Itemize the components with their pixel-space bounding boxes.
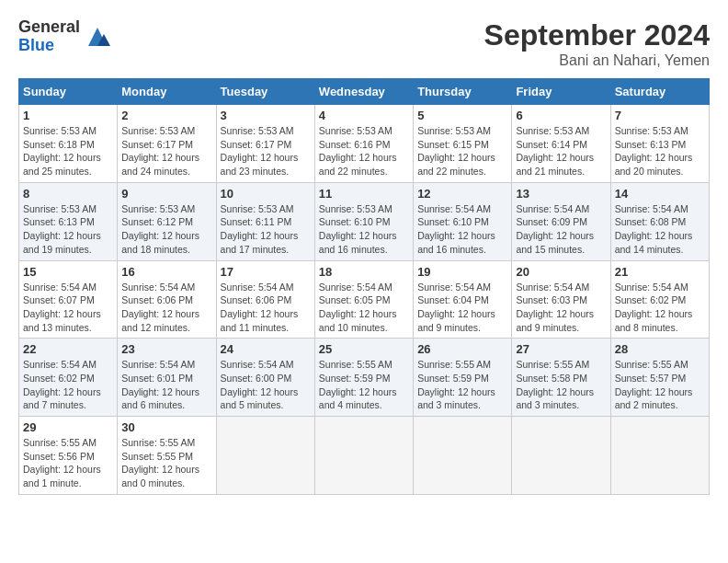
week-row-5: 29Sunrise: 5:55 AM Sunset: 5:56 PM Dayli… <box>19 417 710 495</box>
day-number: 24 <box>221 342 311 356</box>
day-number: 17 <box>221 265 311 279</box>
day-number: 23 <box>121 342 211 356</box>
day-number: 20 <box>516 265 606 279</box>
day-info: Sunrise: 5:55 AM Sunset: 5:55 PM Dayligh… <box>121 436 211 490</box>
day-info: Sunrise: 5:53 AM Sunset: 6:13 PM Dayligh… <box>615 124 705 178</box>
calendar-cell: 27Sunrise: 5:55 AM Sunset: 5:58 PM Dayli… <box>512 339 610 417</box>
calendar-cell: 20Sunrise: 5:54 AM Sunset: 6:03 PM Dayli… <box>512 260 610 339</box>
day-number: 13 <box>516 187 606 201</box>
day-info: Sunrise: 5:53 AM Sunset: 6:17 PM Dayligh… <box>121 124 211 178</box>
day-info: Sunrise: 5:55 AM Sunset: 5:57 PM Dayligh… <box>615 358 705 412</box>
calendar-cell: 26Sunrise: 5:55 AM Sunset: 5:59 PM Dayli… <box>414 339 512 417</box>
day-number: 7 <box>615 109 705 122</box>
calendar-cell <box>610 417 709 495</box>
week-row-1: 1Sunrise: 5:53 AM Sunset: 6:18 PM Daylig… <box>19 105 710 183</box>
weekday-header-monday: Monday <box>118 79 216 105</box>
day-info: Sunrise: 5:53 AM Sunset: 6:18 PM Dayligh… <box>23 124 113 178</box>
day-info: Sunrise: 5:55 AM Sunset: 5:59 PM Dayligh… <box>417 358 507 412</box>
day-number: 1 <box>23 109 113 122</box>
calendar-cell: 21Sunrise: 5:54 AM Sunset: 6:02 PM Dayli… <box>610 260 709 339</box>
calendar-cell: 28Sunrise: 5:55 AM Sunset: 5:57 PM Dayli… <box>610 339 709 417</box>
day-number: 6 <box>516 109 606 122</box>
calendar-cell: 18Sunrise: 5:54 AM Sunset: 6:05 PM Dayli… <box>314 260 413 339</box>
weekday-header-friday: Friday <box>512 79 610 105</box>
weekday-header-thursday: Thursday <box>414 79 512 105</box>
day-info: Sunrise: 5:53 AM Sunset: 6:13 PM Dayligh… <box>23 202 113 257</box>
calendar-cell: 15Sunrise: 5:54 AM Sunset: 6:07 PM Dayli… <box>19 260 118 339</box>
calendar-cell: 22Sunrise: 5:54 AM Sunset: 6:02 PM Dayli… <box>19 339 118 417</box>
calendar-cell: 14Sunrise: 5:54 AM Sunset: 6:08 PM Dayli… <box>610 182 709 260</box>
day-info: Sunrise: 5:53 AM Sunset: 6:17 PM Dayligh… <box>221 124 311 178</box>
weekday-header-row: SundayMondayTuesdayWednesdayThursdayFrid… <box>19 79 710 105</box>
day-number: 15 <box>23 265 113 279</box>
day-number: 26 <box>417 342 507 356</box>
day-number: 18 <box>319 265 409 279</box>
calendar-cell: 4Sunrise: 5:53 AM Sunset: 6:16 PM Daylig… <box>314 105 413 183</box>
day-info: Sunrise: 5:53 AM Sunset: 6:14 PM Dayligh… <box>516 124 606 178</box>
calendar-cell: 10Sunrise: 5:53 AM Sunset: 6:11 PM Dayli… <box>216 182 314 260</box>
week-row-4: 22Sunrise: 5:54 AM Sunset: 6:02 PM Dayli… <box>19 339 710 417</box>
day-info: Sunrise: 5:54 AM Sunset: 6:04 PM Dayligh… <box>417 281 507 335</box>
calendar-table: SundayMondayTuesdayWednesdayThursdayFrid… <box>18 78 710 495</box>
title-section: September 2024 Bani an Nahari, Yemen <box>484 18 710 69</box>
calendar-cell <box>512 417 610 495</box>
day-number: 14 <box>615 187 705 201</box>
day-info: Sunrise: 5:54 AM Sunset: 6:06 PM Dayligh… <box>221 281 311 335</box>
calendar-cell: 29Sunrise: 5:55 AM Sunset: 5:56 PM Dayli… <box>19 417 118 495</box>
calendar-cell: 13Sunrise: 5:54 AM Sunset: 6:09 PM Dayli… <box>512 182 610 260</box>
calendar-cell <box>314 417 413 495</box>
logo: General Blue <box>18 18 111 55</box>
calendar-cell <box>414 417 512 495</box>
week-row-2: 8Sunrise: 5:53 AM Sunset: 6:13 PM Daylig… <box>19 182 710 260</box>
day-info: Sunrise: 5:54 AM Sunset: 6:00 PM Dayligh… <box>221 358 311 412</box>
day-number: 21 <box>615 265 705 279</box>
calendar-cell: 23Sunrise: 5:54 AM Sunset: 6:01 PM Dayli… <box>118 339 216 417</box>
calendar-cell: 7Sunrise: 5:53 AM Sunset: 6:13 PM Daylig… <box>610 105 709 183</box>
day-info: Sunrise: 5:54 AM Sunset: 6:01 PM Dayligh… <box>121 358 211 412</box>
calendar-cell: 11Sunrise: 5:53 AM Sunset: 6:10 PM Dayli… <box>314 182 413 260</box>
logo-line1: General <box>18 18 80 37</box>
day-number: 19 <box>417 265 507 279</box>
calendar-cell: 1Sunrise: 5:53 AM Sunset: 6:18 PM Daylig… <box>19 105 118 183</box>
calendar-cell: 16Sunrise: 5:54 AM Sunset: 6:06 PM Dayli… <box>118 260 216 339</box>
calendar-cell: 19Sunrise: 5:54 AM Sunset: 6:04 PM Dayli… <box>414 260 512 339</box>
day-info: Sunrise: 5:54 AM Sunset: 6:09 PM Dayligh… <box>516 202 606 257</box>
logo-icon <box>84 23 111 51</box>
day-number: 25 <box>319 342 409 356</box>
day-info: Sunrise: 5:55 AM Sunset: 5:59 PM Dayligh… <box>319 358 409 412</box>
month-title: September 2024 <box>484 18 710 52</box>
calendar-cell: 2Sunrise: 5:53 AM Sunset: 6:17 PM Daylig… <box>118 105 216 183</box>
day-info: Sunrise: 5:53 AM Sunset: 6:12 PM Dayligh… <box>121 202 211 257</box>
day-info: Sunrise: 5:54 AM Sunset: 6:02 PM Dayligh… <box>615 281 705 335</box>
day-info: Sunrise: 5:54 AM Sunset: 6:10 PM Dayligh… <box>417 202 507 257</box>
day-number: 5 <box>417 109 507 122</box>
calendar-cell: 6Sunrise: 5:53 AM Sunset: 6:14 PM Daylig… <box>512 105 610 183</box>
day-number: 10 <box>221 187 311 201</box>
day-number: 9 <box>121 187 211 201</box>
day-info: Sunrise: 5:54 AM Sunset: 6:05 PM Dayligh… <box>319 281 409 335</box>
logo-line2: Blue <box>18 37 80 55</box>
day-info: Sunrise: 5:53 AM Sunset: 6:16 PM Dayligh… <box>319 124 409 178</box>
calendar-cell: 17Sunrise: 5:54 AM Sunset: 6:06 PM Dayli… <box>216 260 314 339</box>
calendar-cell <box>216 417 314 495</box>
location: Bani an Nahari, Yemen <box>484 52 710 69</box>
day-info: Sunrise: 5:54 AM Sunset: 6:02 PM Dayligh… <box>23 358 113 412</box>
day-info: Sunrise: 5:53 AM Sunset: 6:11 PM Dayligh… <box>221 202 311 257</box>
day-number: 8 <box>23 187 113 201</box>
weekday-header-saturday: Saturday <box>610 79 709 105</box>
day-info: Sunrise: 5:54 AM Sunset: 6:07 PM Dayligh… <box>23 281 113 335</box>
page-header: General Blue September 2024 Bani an Naha… <box>18 18 710 69</box>
weekday-header-tuesday: Tuesday <box>216 79 314 105</box>
day-info: Sunrise: 5:54 AM Sunset: 6:08 PM Dayligh… <box>615 202 705 257</box>
day-number: 16 <box>121 265 211 279</box>
day-info: Sunrise: 5:55 AM Sunset: 5:56 PM Dayligh… <box>23 436 113 490</box>
day-number: 4 <box>319 109 409 122</box>
day-number: 11 <box>319 187 409 201</box>
day-number: 3 <box>221 109 311 122</box>
day-info: Sunrise: 5:55 AM Sunset: 5:58 PM Dayligh… <box>516 358 606 412</box>
day-number: 12 <box>417 187 507 201</box>
day-info: Sunrise: 5:53 AM Sunset: 6:10 PM Dayligh… <box>319 202 409 257</box>
calendar-cell: 12Sunrise: 5:54 AM Sunset: 6:10 PM Dayli… <box>414 182 512 260</box>
weekday-header-sunday: Sunday <box>19 79 118 105</box>
calendar-cell: 9Sunrise: 5:53 AM Sunset: 6:12 PM Daylig… <box>118 182 216 260</box>
